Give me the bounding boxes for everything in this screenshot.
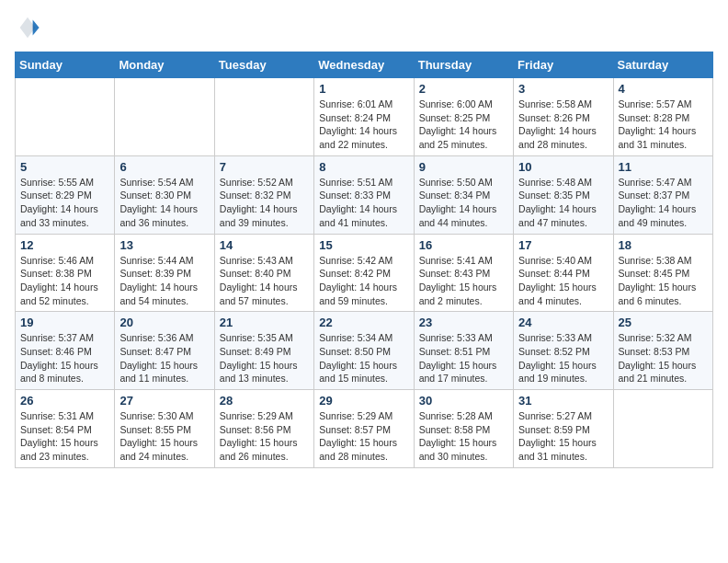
weekday-header-sunday: Sunday — [16, 52, 115, 78]
day-number: 6 — [119, 160, 209, 174]
calendar-cell — [16, 78, 115, 156]
logo — [15, 15, 44, 40]
day-number: 15 — [319, 238, 408, 252]
day-info: Sunrise: 5:29 AMSunset: 8:57 PMDaylight:… — [319, 409, 408, 464]
day-info: Sunrise: 5:48 AMSunset: 8:35 PMDaylight:… — [518, 176, 608, 230]
calendar-cell: 16 Sunrise: 5:41 AMSunset: 8:43 PMDaylig… — [414, 234, 513, 312]
day-number: 18 — [619, 238, 708, 252]
logo-icon — [15, 15, 40, 40]
day-number: 7 — [220, 160, 309, 174]
week-row-0: 1 Sunrise: 6:01 AMSunset: 8:24 PMDayligh… — [16, 78, 713, 156]
day-info: Sunrise: 5:32 AMSunset: 8:53 PMDaylight:… — [619, 331, 708, 385]
calendar-cell: 27 Sunrise: 5:30 AMSunset: 8:55 PMDaylig… — [115, 390, 214, 468]
day-number: 2 — [419, 82, 508, 96]
calendar-cell: 9 Sunrise: 5:50 AMSunset: 8:34 PMDayligh… — [414, 155, 513, 234]
calendar-cell: 13 Sunrise: 5:44 AMSunset: 8:39 PMDaylig… — [115, 234, 214, 312]
calendar-cell: 17 Sunrise: 5:40 AMSunset: 8:44 PMDaylig… — [514, 234, 613, 312]
calendar-cell — [214, 78, 313, 156]
day-number: 19 — [20, 316, 109, 329]
day-number: 13 — [119, 238, 209, 252]
day-info: Sunrise: 5:35 AMSunset: 8:49 PMDaylight:… — [220, 331, 309, 385]
day-number: 16 — [419, 238, 508, 252]
calendar-cell: 7 Sunrise: 5:52 AMSunset: 8:32 PMDayligh… — [214, 155, 313, 234]
calendar-cell: 21 Sunrise: 5:35 AMSunset: 8:49 PMDaylig… — [214, 312, 313, 390]
day-info: Sunrise: 5:33 AMSunset: 8:52 PMDaylight:… — [518, 331, 608, 385]
calendar-cell: 31 Sunrise: 5:27 AMSunset: 8:59 PMDaylig… — [514, 390, 613, 468]
calendar-cell: 25 Sunrise: 5:32 AMSunset: 8:53 PMDaylig… — [613, 312, 712, 390]
calendar-cell: 28 Sunrise: 5:29 AMSunset: 8:56 PMDaylig… — [214, 390, 313, 468]
calendar-cell: 8 Sunrise: 5:51 AMSunset: 8:33 PMDayligh… — [314, 155, 414, 234]
calendar-cell: 24 Sunrise: 5:33 AMSunset: 8:52 PMDaylig… — [514, 312, 613, 390]
calendar-cell: 6 Sunrise: 5:54 AMSunset: 8:30 PMDayligh… — [115, 155, 214, 234]
calendar-cell: 22 Sunrise: 5:34 AMSunset: 8:50 PMDaylig… — [314, 312, 414, 390]
calendar-cell: 26 Sunrise: 5:31 AMSunset: 8:54 PMDaylig… — [16, 390, 115, 468]
day-number: 26 — [20, 394, 109, 408]
weekday-header-saturday: Saturday — [613, 52, 712, 78]
day-info: Sunrise: 5:37 AMSunset: 8:46 PMDaylight:… — [20, 331, 109, 385]
day-number: 30 — [419, 394, 508, 408]
day-info: Sunrise: 5:57 AMSunset: 8:28 PMDaylight:… — [619, 98, 708, 152]
day-info: Sunrise: 5:58 AMSunset: 8:26 PMDaylight:… — [518, 98, 608, 152]
week-row-4: 26 Sunrise: 5:31 AMSunset: 8:54 PMDaylig… — [16, 390, 713, 468]
day-info: Sunrise: 5:42 AMSunset: 8:42 PMDaylight:… — [319, 254, 408, 308]
calendar-cell — [115, 78, 214, 156]
day-info: Sunrise: 5:38 AMSunset: 8:45 PMDaylight:… — [619, 254, 708, 308]
day-number: 11 — [619, 160, 708, 174]
calendar-cell: 12 Sunrise: 5:46 AMSunset: 8:38 PMDaylig… — [16, 234, 115, 312]
weekday-header-thursday: Thursday — [414, 52, 513, 78]
day-info: Sunrise: 5:52 AMSunset: 8:32 PMDaylight:… — [220, 176, 309, 230]
day-info: Sunrise: 5:55 AMSunset: 8:29 PMDaylight:… — [20, 176, 109, 230]
day-info: Sunrise: 5:43 AMSunset: 8:40 PMDaylight:… — [220, 254, 309, 308]
day-number: 1 — [319, 82, 408, 96]
day-info: Sunrise: 5:51 AMSunset: 8:33 PMDaylight:… — [319, 176, 408, 230]
calendar: SundayMondayTuesdayWednesdayThursdayFrid… — [15, 52, 713, 468]
day-number: 24 — [518, 316, 608, 329]
day-number: 23 — [419, 316, 508, 329]
week-row-1: 5 Sunrise: 5:55 AMSunset: 8:29 PMDayligh… — [16, 155, 713, 234]
day-info: Sunrise: 5:54 AMSunset: 8:30 PMDaylight:… — [119, 176, 209, 230]
day-number: 4 — [619, 82, 708, 96]
day-info: Sunrise: 5:30 AMSunset: 8:55 PMDaylight:… — [119, 409, 209, 464]
day-number: 17 — [518, 238, 608, 252]
week-row-3: 19 Sunrise: 5:37 AMSunset: 8:46 PMDaylig… — [16, 312, 713, 390]
day-number: 3 — [518, 82, 608, 96]
day-info: Sunrise: 5:50 AMSunset: 8:34 PMDaylight:… — [419, 176, 508, 230]
day-info: Sunrise: 5:44 AMSunset: 8:39 PMDaylight:… — [119, 254, 209, 308]
day-info: Sunrise: 6:00 AMSunset: 8:25 PMDaylight:… — [419, 98, 508, 152]
day-number: 5 — [20, 160, 109, 174]
calendar-cell: 2 Sunrise: 6:00 AMSunset: 8:25 PMDayligh… — [414, 78, 513, 156]
day-number: 20 — [119, 316, 209, 329]
day-number: 22 — [319, 316, 408, 329]
day-info: Sunrise: 5:31 AMSunset: 8:54 PMDaylight:… — [20, 409, 109, 464]
day-info: Sunrise: 5:28 AMSunset: 8:58 PMDaylight:… — [419, 409, 508, 464]
calendar-cell: 4 Sunrise: 5:57 AMSunset: 8:28 PMDayligh… — [613, 78, 712, 156]
calendar-cell: 30 Sunrise: 5:28 AMSunset: 8:58 PMDaylig… — [414, 390, 513, 468]
weekday-header-row: SundayMondayTuesdayWednesdayThursdayFrid… — [16, 52, 713, 78]
calendar-cell: 10 Sunrise: 5:48 AMSunset: 8:35 PMDaylig… — [514, 155, 613, 234]
day-number: 10 — [518, 160, 608, 174]
calendar-cell — [613, 390, 712, 468]
day-number: 21 — [220, 316, 309, 329]
header — [15, 15, 713, 40]
week-row-2: 12 Sunrise: 5:46 AMSunset: 8:38 PMDaylig… — [16, 234, 713, 312]
calendar-cell: 29 Sunrise: 5:29 AMSunset: 8:57 PMDaylig… — [314, 390, 414, 468]
day-info: Sunrise: 5:40 AMSunset: 8:44 PMDaylight:… — [518, 254, 608, 308]
weekday-header-monday: Monday — [115, 52, 214, 78]
calendar-cell: 5 Sunrise: 5:55 AMSunset: 8:29 PMDayligh… — [16, 155, 115, 234]
calendar-cell: 3 Sunrise: 5:58 AMSunset: 8:26 PMDayligh… — [514, 78, 613, 156]
calendar-cell: 23 Sunrise: 5:33 AMSunset: 8:51 PMDaylig… — [414, 312, 513, 390]
calendar-cell: 18 Sunrise: 5:38 AMSunset: 8:45 PMDaylig… — [613, 234, 712, 312]
day-number: 28 — [220, 394, 309, 408]
calendar-cell: 1 Sunrise: 6:01 AMSunset: 8:24 PMDayligh… — [314, 78, 414, 156]
calendar-cell: 19 Sunrise: 5:37 AMSunset: 8:46 PMDaylig… — [16, 312, 115, 390]
calendar-cell: 14 Sunrise: 5:43 AMSunset: 8:40 PMDaylig… — [214, 234, 313, 312]
day-number: 29 — [319, 394, 408, 408]
day-info: Sunrise: 5:29 AMSunset: 8:56 PMDaylight:… — [220, 409, 309, 464]
day-number: 9 — [419, 160, 508, 174]
day-number: 27 — [119, 394, 209, 408]
day-info: Sunrise: 5:27 AMSunset: 8:59 PMDaylight:… — [518, 409, 608, 464]
weekday-header-friday: Friday — [514, 52, 613, 78]
day-number: 12 — [20, 238, 109, 252]
day-info: Sunrise: 6:01 AMSunset: 8:24 PMDaylight:… — [319, 98, 408, 152]
day-number: 8 — [319, 160, 408, 174]
